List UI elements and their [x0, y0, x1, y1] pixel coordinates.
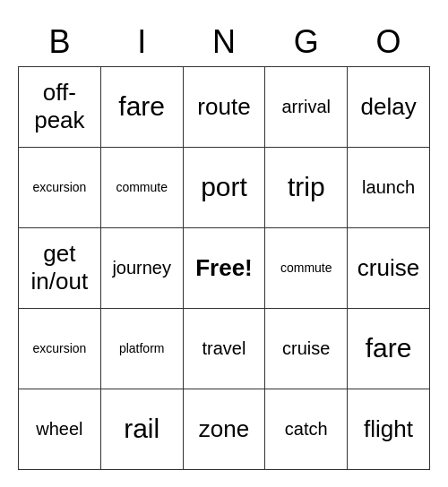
bingo-cell-1-3: trip	[265, 147, 348, 227]
bingo-cell-0-1: fare	[100, 66, 183, 147]
bingo-cell-3-3: cruise	[265, 308, 348, 389]
bingo-body: off-peakfareroutearrivaldelayexcursionco…	[19, 66, 430, 469]
bingo-card: BINGO off-peakfareroutearrivaldelayexcur…	[18, 18, 430, 470]
bingo-cell-2-0: get in/out	[19, 227, 101, 308]
bingo-row-4: wheelrailzonecatchflight	[19, 389, 430, 469]
bingo-row-1: excursioncommuteporttriplaunch	[19, 147, 430, 227]
bingo-header: BINGO	[19, 18, 430, 67]
bingo-cell-0-3: arrival	[265, 66, 348, 147]
bingo-cell-0-2: route	[183, 66, 265, 147]
bingo-cell-0-4: delay	[348, 66, 430, 147]
bingo-cell-3-2: travel	[183, 308, 265, 389]
bingo-cell-1-4: launch	[348, 147, 430, 227]
bingo-row-2: get in/outjourneyFree!commutecruise	[19, 227, 430, 308]
bingo-cell-3-0: excursion	[19, 308, 101, 389]
bingo-cell-3-1: platform	[100, 308, 183, 389]
bingo-cell-0-0: off-peak	[19, 66, 101, 147]
bingo-cell-4-0: wheel	[19, 389, 101, 469]
bingo-cell-2-4: cruise	[348, 227, 430, 308]
header-letter-n: N	[183, 18, 265, 67]
header-letter-i: I	[100, 18, 183, 67]
bingo-cell-4-3: catch	[265, 389, 348, 469]
bingo-cell-2-1: journey	[100, 227, 183, 308]
bingo-cell-4-1: rail	[100, 389, 183, 469]
header-letter-o: O	[348, 18, 430, 67]
bingo-cell-1-2: port	[183, 147, 265, 227]
bingo-cell-1-0: excursion	[19, 147, 101, 227]
bingo-row-3: excursionplatformtravelcruisefare	[19, 308, 430, 389]
bingo-cell-3-4: fare	[348, 308, 430, 389]
bingo-cell-1-1: commute	[100, 147, 183, 227]
header-letter-b: B	[19, 18, 101, 67]
bingo-cell-2-2: Free!	[183, 227, 265, 308]
header-letter-g: G	[265, 18, 348, 67]
bingo-cell-4-2: zone	[183, 389, 265, 469]
bingo-row-0: off-peakfareroutearrivaldelay	[19, 66, 430, 147]
bingo-cell-4-4: flight	[348, 389, 430, 469]
bingo-cell-2-3: commute	[265, 227, 348, 308]
